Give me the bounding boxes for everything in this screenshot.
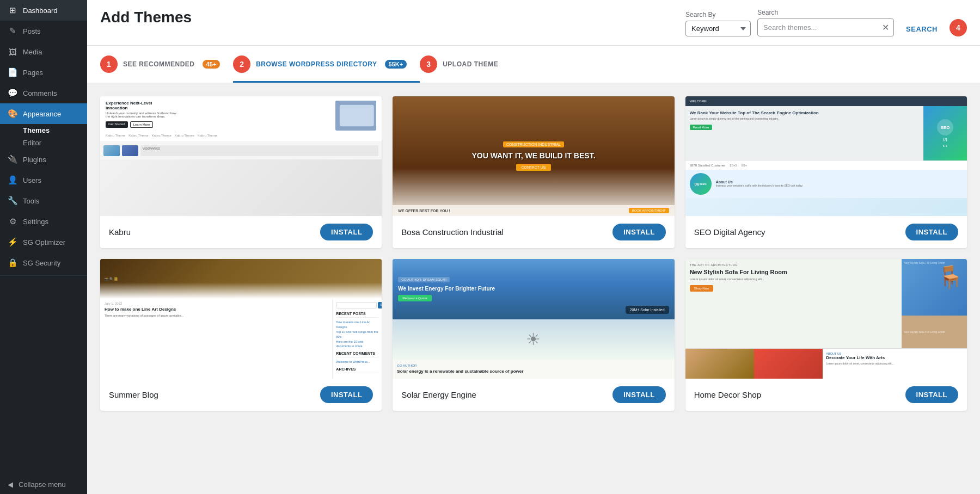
- theme-name-solar: Solar Energy Engine: [401, 390, 476, 399]
- main-content: Add Themes Search By Keyword Author Tag …: [87, 0, 980, 494]
- bosa-bottom-bar: WE OFFER BEST FOR YOU ! BOOK APPOINTMENT: [393, 205, 674, 216]
- theme-name-seo: SEO Digital Agency: [694, 227, 765, 237]
- search-clear-button[interactable]: ✕: [878, 19, 893, 36]
- sidebar-item-users[interactable]: 👤 Users: [0, 170, 87, 190]
- theme-preview-bosa: CONSTRUCTION INDUSTRIAL YOU WANT IT, WE …: [393, 96, 674, 216]
- page-title: Add Themes: [100, 9, 192, 26]
- sidebar: ⊞ Dashboard ✎ Posts 🖼 Media 📄 Pages 💬 Co…: [0, 0, 87, 494]
- kabru-logos: Kabru Theme Kabru Theme Kabru Theme Kabr…: [106, 134, 376, 137]
- summer-recent-link-3: Here are the 10 best documents to share: [336, 339, 378, 349]
- collapse-label: Collapse menu: [19, 480, 66, 489]
- install-button-solar[interactable]: INSTALL: [612, 386, 665, 403]
- summer-hero-image: 📸 🔍 📒: [100, 259, 382, 299]
- step-recommended[interactable]: 1 SEE RECOMMENDED 45+: [100, 46, 233, 83]
- sidebar-item-dashboard[interactable]: ⊞ Dashboard: [0, 0, 87, 21]
- summer-main: July 1, 2022 How to make one Line Art De…: [100, 299, 333, 379]
- search-by-select[interactable]: Keyword Author Tag: [685, 21, 751, 36]
- sg-security-icon: 🔒: [8, 258, 17, 268]
- step-2-label: BROWSE WORDPRESS DIRECTORY: [256, 60, 377, 68]
- sidebar-sub-themes[interactable]: Themes: [0, 124, 87, 137]
- sidebar-item-label: Dashboard: [23, 7, 58, 15]
- summer-comment-1: Welcome to WordPress...: [336, 360, 378, 365]
- theme-preview-seo: WELCOME We Rank Your Website Top of The …: [685, 96, 967, 216]
- step-1-label: SEE RECOMMENDED: [123, 60, 195, 68]
- step-upload[interactable]: 3 UPLOAD THEME: [420, 46, 511, 83]
- seo-topbar: WELCOME: [685, 96, 967, 106]
- theme-footer-bosa: Bosa Construction Industrial INSTALL: [393, 216, 674, 248]
- search-label: Search: [757, 9, 894, 16]
- kabru-thumb1: [103, 145, 120, 156]
- install-button-homedecor[interactable]: INSTALL: [905, 386, 958, 403]
- install-button-summer[interactable]: INSTALL: [320, 386, 373, 403]
- theme-footer-homedecor: Home Decor Shop INSTALL: [685, 379, 967, 411]
- step-2-badge: 55K+: [385, 60, 407, 69]
- seo-about-text: Increase your website's traffic with the…: [716, 184, 803, 188]
- search-button[interactable]: SEARCH: [901, 22, 943, 36]
- homedecor-main: THE ART OF ARCHITECTURE New Stylish Sofa…: [685, 259, 902, 348]
- seo-about-title: About Us: [716, 180, 803, 184]
- homedecor-shop-btn: Shop Now: [690, 285, 714, 292]
- media-icon: 🖼: [8, 47, 17, 57]
- step-3-circle: 3: [420, 55, 437, 73]
- kabru-subtitle: Unleash your curiosity and witness first…: [106, 112, 176, 118]
- homedecor-top: THE ART OF ARCHITECTURE New Stylish Sofa…: [685, 259, 967, 348]
- kabru-preview-bottom: VISIONARIES: [100, 142, 382, 159]
- theme-footer-kabru: Kabru INSTALL: [100, 216, 382, 248]
- seo-welcome: WELCOME: [690, 100, 707, 103]
- install-button-bosa[interactable]: INSTALL: [612, 224, 665, 240]
- settings-icon: ⚙: [8, 217, 17, 226]
- seo-stat3: 06+: [742, 164, 747, 167]
- sidebar-sub-editor[interactable]: Editor: [0, 137, 87, 149]
- install-button-seo[interactable]: INSTALL: [905, 224, 958, 240]
- seo-hero-right: SEO ⟨/⟩ € $: [923, 106, 967, 160]
- search-input[interactable]: [758, 20, 878, 35]
- kabru-buttons: Get Started Learn More: [106, 121, 176, 128]
- theme-name-bosa: Bosa Construction Industrial: [401, 227, 504, 237]
- homedecor-thumb2: [754, 349, 823, 379]
- install-button-kabru[interactable]: INSTALL: [320, 224, 373, 240]
- solar-bottom: GO AUTHOR Solar energy is a renewable an…: [393, 360, 674, 379]
- summer-archives-title: ARCHIVES: [336, 367, 378, 373]
- sidebar-item-settings[interactable]: ⚙ Settings: [0, 211, 87, 232]
- steps-bar: 1 SEE RECOMMENDED 45+ 2 BROWSE WORDPRESS…: [87, 46, 980, 83]
- homedecor-tag: THE ART OF ARCHITECTURE: [690, 263, 897, 267]
- sidebar-item-appearance[interactable]: 🎨 Appearance: [0, 103, 87, 124]
- sidebar-item-posts[interactable]: ✎ Posts: [0, 21, 87, 41]
- sidebar-item-tools[interactable]: 🔧 Tools: [0, 190, 87, 211]
- summer-post-title: How to make one Line Art Designs: [105, 307, 328, 312]
- solar-inner: GO AUTHOR: DREAM SOLAR We Invest Energy …: [393, 259, 674, 379]
- collapse-menu-button[interactable]: ◀ Collapse menu: [0, 475, 87, 494]
- theme-card-bosa: CONSTRUCTION INDUSTRIAL YOU WANT IT, WE …: [393, 96, 674, 248]
- seo-read-more: Read More: [690, 125, 713, 130]
- themes-grid: Experience Next-LevelInnovation Unleash …: [87, 83, 980, 424]
- dashboard-icon: ⊞: [8, 5, 17, 15]
- sidebar-item-plugins[interactable]: 🔌 Plugins: [0, 149, 87, 170]
- search-input-group: Search ✕: [757, 9, 894, 36]
- summer-recent-posts-title: RECENT POSTS: [336, 312, 378, 318]
- seo-hero-left: We Rank Your Website Top of The Search E…: [685, 106, 923, 160]
- theme-footer-seo: SEO Digital Agency INSTALL: [685, 216, 967, 248]
- bosa-title: YOU WANT IT, WE BUILD IT BEST.: [471, 151, 595, 160]
- sidebar-item-label: Settings: [23, 218, 48, 226]
- summer-search-input[interactable]: [336, 302, 377, 308]
- sidebar-item-media[interactable]: 🖼 Media: [0, 41, 87, 62]
- topbar: Add Themes Search By Keyword Author Tag …: [87, 0, 980, 46]
- homedecor-title: New Stylish Sofa For Living Room: [690, 268, 897, 276]
- sidebar-item-label: Posts: [23, 27, 41, 35]
- step-browse[interactable]: 2 BROWSE WORDPRESS DIRECTORY 55K+: [233, 46, 420, 83]
- solar-hero-title: We Invest Energy For Brighter Future: [398, 285, 495, 292]
- sidebar-item-pages[interactable]: 📄 Pages: [0, 62, 87, 83]
- homedecor-inner: THE ART OF ARCHITECTURE New Stylish Sofa…: [685, 259, 967, 379]
- topbar-right: Search By Keyword Author Tag Search ✕ SE…: [685, 9, 967, 36]
- comments-icon: 💬: [8, 88, 17, 98]
- sidebar-item-label: Appearance: [23, 110, 61, 118]
- sidebar-item-sg-security[interactable]: 🔒 SG Security: [0, 252, 87, 273]
- summer-sidebar: Search RECENT POSTS How to make one Line…: [333, 299, 382, 379]
- sidebar-item-comments[interactable]: 💬 Comments: [0, 83, 87, 103]
- search-by-label: Search By: [685, 11, 751, 18]
- seo-inner: WELCOME We Rank Your Website Top of The …: [685, 96, 967, 216]
- summer-post-text: There are many variations of passages of…: [105, 314, 328, 318]
- theme-name-kabru: Kabru: [109, 227, 131, 237]
- bosa-contact-btn: CONTACT US: [516, 164, 552, 171]
- sidebar-item-sg-optimizer[interactable]: ⚡ SG Optimizer: [0, 232, 87, 252]
